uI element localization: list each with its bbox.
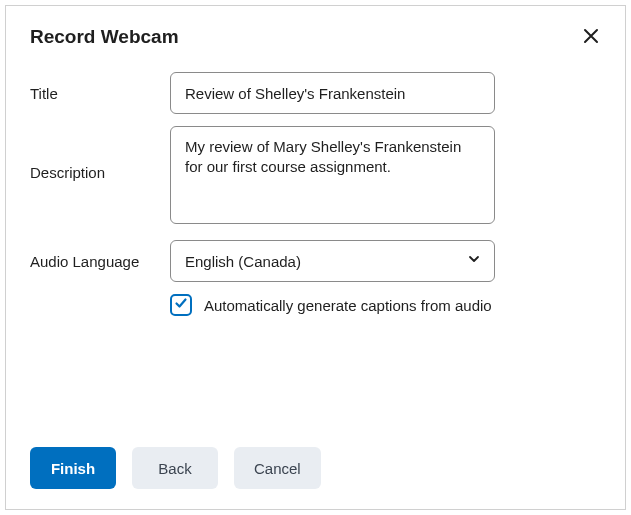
captions-checkbox-label: Automatically generate captions from aud… [204, 297, 492, 314]
cancel-button[interactable]: Cancel [234, 447, 321, 489]
description-input[interactable]: My review of Mary Shelley's Frankenstein… [170, 126, 495, 224]
description-label: Description [30, 126, 170, 181]
close-button[interactable] [581, 26, 601, 46]
title-input[interactable] [170, 72, 495, 114]
form-body: Title Description My review of Mary Shel… [30, 72, 601, 431]
dialog-footer: Finish Back Cancel [30, 431, 601, 489]
checkmark-icon [174, 296, 188, 314]
description-row: Description My review of Mary Shelley's … [30, 126, 601, 228]
title-label: Title [30, 85, 170, 102]
back-button[interactable]: Back [132, 447, 218, 489]
audio-language-row: Audio Language English (Canada) [30, 240, 601, 282]
dialog-header: Record Webcam [30, 26, 601, 48]
close-icon [583, 32, 599, 47]
audio-language-select[interactable]: English (Canada) [170, 240, 495, 282]
finish-button[interactable]: Finish [30, 447, 116, 489]
title-row: Title [30, 72, 601, 114]
audio-language-label: Audio Language [30, 253, 170, 270]
captions-checkbox-row: Automatically generate captions from aud… [170, 294, 601, 316]
captions-checkbox[interactable] [170, 294, 192, 316]
record-webcam-dialog: Record Webcam Title Description My revie… [5, 5, 626, 510]
dialog-title: Record Webcam [30, 26, 179, 48]
